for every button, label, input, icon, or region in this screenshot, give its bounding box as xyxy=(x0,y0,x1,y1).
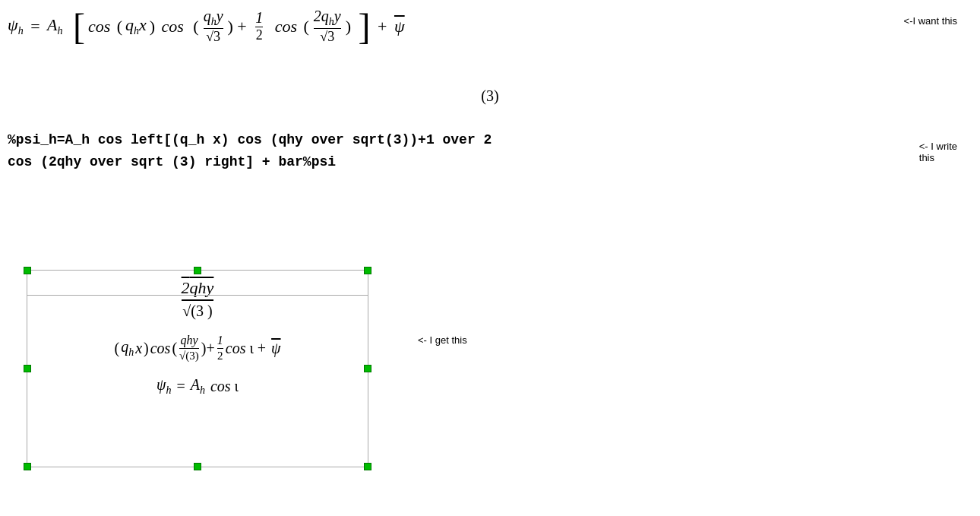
box-psi-bar: ψ xyxy=(271,340,280,357)
code-line2: cos (2qhy over sqrt (3) right] + bar%psi xyxy=(8,151,492,173)
box-frac1-bar xyxy=(182,299,214,301)
handle-top-mid[interactable] xyxy=(194,267,201,274)
annotation-want: <-I want this xyxy=(904,15,957,27)
frac-one-half: 1 2 xyxy=(255,9,263,43)
box-line2: ( qh x ) cos ( qhy √(3) )+ 1 2 cos ι + ψ xyxy=(114,334,280,362)
equation-number: (3) xyxy=(481,87,498,105)
A-h: Ah xyxy=(47,15,62,37)
box-frac2: qhy √(3) xyxy=(179,334,199,362)
box-fraction-1: 2qhy √(3 ) xyxy=(182,278,214,320)
annotation-write-line2: this xyxy=(919,152,957,163)
handle-top-left[interactable] xyxy=(24,267,31,274)
code-block: %psi_h=A_h cos left[(q_h x) cos (qhy ove… xyxy=(8,129,492,173)
rendered-equation-box[interactable]: 2qhy √(3 ) ( qh x ) cos ( qhy √(3) )+ 1 … xyxy=(27,270,368,467)
annotation-write: <- I write this xyxy=(919,141,957,163)
top-math-display: ψh = Ah [ cos ( qhx ) cos ( qhy √3 ) + 1… xyxy=(8,8,405,45)
handle-bottom-left[interactable] xyxy=(24,463,31,470)
annotation-write-line1: <- I write xyxy=(919,141,957,152)
annotation-get: <- I get this xyxy=(418,334,467,346)
code-line1: %psi_h=A_h cos left[(q_h x) cos (qhy ove… xyxy=(8,129,492,151)
box-separator-line xyxy=(27,295,368,296)
handle-top-right[interactable] xyxy=(364,267,371,274)
frac-2qhy-sqrt3: 2qhy √3 xyxy=(314,8,341,45)
box-content: 2qhy √(3 ) ( qh x ) cos ( qhy √(3) )+ 1 … xyxy=(27,271,368,467)
box-frac3: 1 2 xyxy=(217,334,223,362)
psi-h: ψh xyxy=(8,15,24,37)
right-bracket: ] xyxy=(359,10,371,43)
handle-mid-left[interactable] xyxy=(24,365,31,372)
handle-bottom-mid[interactable] xyxy=(194,463,201,470)
left-bracket: [ xyxy=(73,10,85,43)
box-frac1-den: √(3 ) xyxy=(182,302,212,320)
handle-mid-right[interactable] xyxy=(364,365,371,372)
handle-bottom-right[interactable] xyxy=(364,463,371,470)
psi-bar: ψ xyxy=(394,17,405,36)
frac-qhy-sqrt3: qhy √3 xyxy=(204,8,223,45)
box-line3: ψh = Ah cos ι xyxy=(156,376,239,397)
top-equation: ψh = Ah [ cos ( qhx ) cos ( qhy √3 ) + 1… xyxy=(8,8,405,45)
